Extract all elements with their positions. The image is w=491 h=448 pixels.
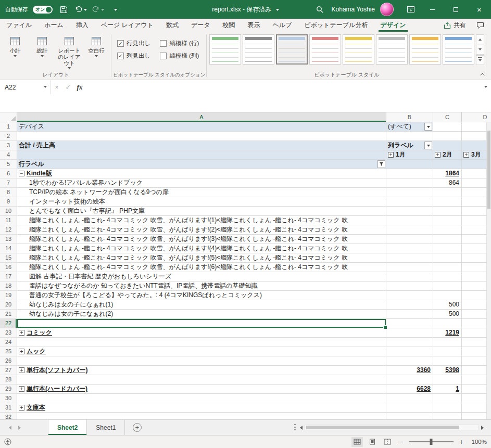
cell-B32[interactable]: [386, 413, 433, 419]
row-header-30[interactable]: 30: [0, 394, 17, 403]
redo-button[interactable]: [92, 3, 104, 16]
cell-B12[interactable]: [386, 225, 433, 235]
cell-A8[interactable]: TCP/IPの絵本 ネットワークが面白くなる9つの扉: [17, 188, 386, 197]
cell-B26[interactable]: [386, 356, 433, 366]
pivot-style-thumbnail-3[interactable]: [276, 34, 308, 65]
cell-C19[interactable]: [433, 291, 462, 300]
pivot-style-thumbnail-7[interactable]: [409, 34, 441, 65]
scrollbar-thumb[interactable]: [306, 426, 459, 429]
row-header-7[interactable]: 7: [0, 178, 17, 188]
cell-A12[interactable]: 艦隊これくしょん -艦これ- 4コマコミック 吹雪、がんばります!(2)<艦隊こ…: [17, 225, 386, 235]
blank-rows-button[interactable]: 空白行: [83, 33, 110, 59]
ribbon-tab-formulas[interactable]: 数式: [160, 19, 185, 32]
row-header-8[interactable]: 8: [0, 188, 17, 197]
cell-A5[interactable]: 行ラベル: [17, 160, 386, 169]
cell-B28[interactable]: [386, 375, 433, 385]
cell-C3[interactable]: [433, 141, 462, 150]
column-header-A[interactable]: A: [17, 112, 386, 122]
zoom-slider[interactable]: [409, 441, 454, 442]
filter-dropdown-button[interactable]: [424, 142, 432, 149]
cell-C14[interactable]: [433, 244, 462, 253]
ribbon-tab-view[interactable]: 表示: [242, 19, 267, 32]
row-header-26[interactable]: 26: [0, 356, 17, 366]
customize-toolbar-button[interactable]: [109, 3, 121, 16]
cell-B23[interactable]: [386, 328, 433, 338]
cell-A24[interactable]: [17, 338, 386, 347]
scroll-right-button[interactable]: [481, 426, 486, 430]
row-header-6[interactable]: 6: [0, 169, 17, 178]
row-header-17[interactable]: 17: [0, 272, 17, 281]
collapse-ribbon-button[interactable]: [479, 71, 487, 78]
cell-A1[interactable]: デバイス: [17, 122, 386, 132]
cell-C10[interactable]: [433, 207, 462, 216]
expand-button[interactable]: +: [19, 405, 24, 411]
gallery-more-button[interactable]: [476, 55, 484, 65]
row-header-11[interactable]: 11: [0, 216, 17, 225]
page-layout-view-button[interactable]: [367, 437, 378, 447]
report-layout-button[interactable]: レポートのレイアウト: [56, 33, 83, 71]
normal-view-button[interactable]: [351, 437, 363, 447]
expand-button[interactable]: +: [19, 367, 24, 373]
cell-A9[interactable]: インターネット技術の絵本: [17, 197, 386, 207]
expand-button[interactable]: +: [388, 152, 394, 158]
cell-B8[interactable]: [386, 188, 433, 197]
row-header-19[interactable]: 19: [0, 291, 17, 300]
cell-C17[interactable]: [433, 272, 462, 281]
ribbon-display-options-button[interactable]: [401, 0, 421, 19]
cell-B20[interactable]: [386, 300, 433, 310]
expand-button[interactable]: +: [435, 152, 440, 158]
cell-A7[interactable]: 1秒でわかる!アパレル業界ハンドブック: [17, 178, 386, 188]
expand-button[interactable]: +: [19, 330, 24, 336]
cell-C21[interactable]: 500: [433, 310, 462, 319]
grand-totals-button[interactable]: 総計: [29, 33, 56, 59]
cell-B19[interactable]: [386, 291, 433, 300]
cell-A21[interactable]: 幼なじみは女の子になぁれ(2): [17, 310, 386, 319]
cell-B25[interactable]: [386, 347, 433, 356]
cell-A11[interactable]: 艦隊これくしょん -艦これ- 4コマコミック 吹雪、がんばります!(1)<艦隊こ…: [17, 216, 386, 225]
ribbon-tab-help[interactable]: ヘルプ: [267, 19, 298, 32]
filter-dropdown-button[interactable]: [424, 123, 432, 131]
cell-A13[interactable]: 艦隊これくしょん -艦これ- 4コマコミック 吹雪、がんばります!(3)<艦隊こ…: [17, 235, 386, 244]
cell-C9[interactable]: [433, 197, 462, 207]
cell-A10[interactable]: とんでもなく面白い『古事記』 PHP文庫: [17, 207, 386, 216]
expand-button[interactable]: +: [19, 386, 24, 392]
pivot-style-thumbnail-2[interactable]: [243, 34, 274, 65]
cell-A15[interactable]: 艦隊これくしょん -艦これ- 4コマコミック 吹雪、がんばります!(5)<艦隊こ…: [17, 253, 386, 263]
sheet-nav-left-button[interactable]: [3, 420, 15, 435]
row-header-18[interactable]: 18: [0, 281, 17, 291]
cell-A27[interactable]: +単行本(ソフトカバー): [17, 366, 386, 375]
row-header-14[interactable]: 14: [0, 244, 17, 253]
column-header-D[interactable]: D: [462, 112, 491, 122]
cell-A20[interactable]: 幼なじみは女の子になぁれ(1): [17, 300, 386, 310]
cell-C11[interactable]: [433, 216, 462, 225]
enter-button[interactable]: ✓: [62, 80, 74, 94]
zoom-out-button[interactable]: −: [397, 438, 405, 445]
row-header-32[interactable]: 32: [0, 413, 17, 419]
minimize-button[interactable]: [421, 0, 444, 19]
cell-B24[interactable]: [386, 338, 433, 347]
cell-C15[interactable]: [433, 253, 462, 263]
pivot-style-thumbnail-5[interactable]: [343, 34, 374, 65]
cell-B9[interactable]: [386, 197, 433, 207]
ribbon-tab-data[interactable]: データ: [185, 19, 217, 32]
cell-C22[interactable]: [433, 319, 462, 328]
cell-B30[interactable]: [386, 394, 433, 403]
pivot-style-thumbnail-8[interactable]: [443, 34, 474, 65]
cell-C4[interactable]: +2月: [433, 150, 462, 160]
column-header-C[interactable]: C: [433, 112, 462, 122]
cell-B4[interactable]: +1月: [386, 150, 433, 160]
ribbon-tab-review[interactable]: 校閲: [217, 19, 242, 32]
row-header-25[interactable]: 25: [0, 347, 17, 356]
vertical-scrollbar[interactable]: [486, 122, 491, 419]
select-all-button[interactable]: [0, 112, 17, 122]
cell-A14[interactable]: 艦隊これくしょん -艦これ- 4コマコミック 吹雪、がんばります!(4)<艦隊こ…: [17, 244, 386, 253]
cell-B13[interactable]: [386, 235, 433, 244]
column-header-B[interactable]: B: [386, 112, 433, 122]
save-button[interactable]: [57, 3, 70, 16]
cell-A32[interactable]: [17, 413, 386, 419]
close-button[interactable]: ×: [468, 0, 491, 19]
cell-C25[interactable]: [433, 347, 462, 356]
cell-A6[interactable]: −Kindle版: [17, 169, 386, 178]
cell-A3[interactable]: 合計 / 売上高: [17, 141, 386, 150]
pivot-style-thumbnail-4[interactable]: [309, 34, 341, 65]
